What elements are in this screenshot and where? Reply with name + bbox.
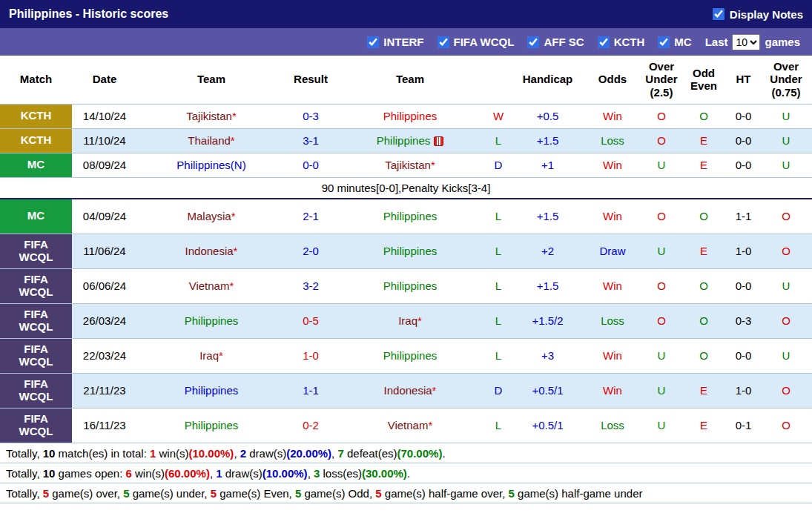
competition-cell: FIFA WCQL — [0, 303, 72, 338]
competition-badge: FIFA WCQL — [0, 304, 72, 338]
summary-segment: 7 — [337, 447, 343, 460]
filter-checkbox-3[interactable] — [598, 36, 610, 48]
handicap-result: Win — [583, 153, 642, 177]
home-team-name: Malaysia — [187, 210, 231, 222]
summary-segment: . — [442, 447, 445, 460]
competition-filter[interactable]: INTERF — [367, 36, 423, 48]
over-under-25-result: O — [642, 104, 681, 128]
away-team-name: Tajikistan — [385, 159, 431, 171]
home-team: Vietnam* — [137, 268, 285, 303]
header-row: Match Date Team Result Team Handicap Odd… — [0, 56, 812, 104]
display-notes-label: Display Notes — [730, 8, 803, 21]
away-team-name: Philippines — [377, 134, 431, 147]
summary-segment: match(es) in total: — [55, 447, 150, 460]
filter-label: MC — [674, 36, 691, 48]
match-row: MC 04/09/24 Malaysia* 2-1 Philippines L … — [0, 199, 812, 234]
summary-segment: 2 — [240, 447, 246, 460]
odd-even-result: O — [681, 338, 727, 373]
home-team: Philippines — [137, 373, 285, 408]
column-header — [484, 56, 512, 104]
fulltime-score: 2-0 — [285, 234, 336, 268]
summary-segment: game(s) Even, — [217, 487, 295, 500]
odd-even-result: O — [681, 303, 727, 338]
away-team: Philippines — [336, 268, 484, 303]
filter-label: KCTH — [614, 36, 645, 48]
over-under-075-result: O — [760, 408, 812, 443]
fulltime-score: 0-3 — [285, 104, 336, 128]
competition-filter[interactable]: KCTH — [598, 36, 645, 48]
halftime-score: 0-0 — [727, 104, 760, 128]
away-team-star: * — [417, 314, 422, 327]
competition-cell: FIFA WCQL — [0, 268, 72, 303]
result-letter: L — [484, 268, 512, 303]
over-under-075-result: O — [760, 234, 812, 268]
match-date: 26/03/24 — [72, 303, 137, 338]
filter-checkbox-0[interactable] — [367, 36, 379, 48]
column-header: Team — [336, 56, 484, 104]
handicap-value: +3 — [512, 338, 583, 373]
filter-label: FIFA WCQL — [454, 36, 515, 48]
last-label: Last — [705, 36, 728, 48]
fulltime-score: 1-0 — [285, 338, 336, 373]
result-letter: L — [484, 199, 512, 234]
competition-filter[interactable]: FIFA WCQL — [438, 36, 515, 48]
over-under-075-result: U — [760, 153, 812, 177]
title-bar: Philippines - Historic scores Display No… — [0, 0, 812, 28]
away-team-name: Philippines — [383, 110, 438, 122]
match-date: 06/06/24 — [72, 268, 137, 303]
summary-segment: 5 — [295, 487, 301, 500]
match-row: FIFA WCQL 21/11/23 Philippines 1-1 Indon… — [0, 373, 812, 408]
competition-badge: FIFA WCQL — [0, 408, 72, 443]
odd-even-result: O — [681, 104, 727, 128]
games-count-select[interactable]: 10 — [732, 34, 760, 50]
filter-checkbox-4[interactable] — [658, 36, 670, 48]
match-row: FIFA WCQL 11/06/24 Indonesia* 2-0 Philip… — [0, 234, 812, 268]
handicap-result: Loss — [583, 303, 642, 338]
away-team: Philippines — [336, 128, 484, 153]
display-notes-toggle[interactable]: Display Notes — [713, 8, 803, 21]
cutoff-row — [0, 503, 812, 516]
summary-segment: 6 — [126, 467, 132, 480]
summary-segment: defeat(es) — [344, 447, 397, 460]
summary-segment: , — [234, 447, 240, 460]
match-date: 08/09/24 — [72, 153, 137, 177]
competition-filter[interactable]: AFF SC — [527, 36, 584, 48]
home-team-star: * — [232, 110, 237, 122]
match-date: 11/06/24 — [72, 234, 137, 268]
summary-segment: 5 — [509, 487, 515, 500]
summary-segment: (10.00%) — [263, 467, 308, 480]
handicap-result: Win — [583, 338, 642, 373]
competition-filter[interactable]: MC — [658, 36, 691, 48]
match-row: FIFA WCQL 26/03/24 Philippines 0-5 Iraq*… — [0, 303, 812, 338]
summary-segment: (70.00%) — [397, 447, 443, 460]
result-letter: L — [484, 234, 512, 268]
fulltime-score: 2-1 — [285, 199, 336, 234]
handicap-result: Loss — [583, 408, 642, 443]
home-team-star: * — [234, 245, 238, 257]
summary-segment: game(s) under, — [129, 487, 210, 500]
match-date: 21/11/23 — [72, 373, 137, 408]
handicap-result: Win — [583, 373, 642, 408]
summary-segment: loss(es) — [320, 467, 362, 480]
competition-badge: FIFA WCQL — [0, 234, 72, 268]
result-letter: D — [484, 373, 512, 408]
handicap-result: Win — [583, 268, 642, 303]
column-header: Result — [285, 56, 336, 104]
column-header: Match — [0, 56, 72, 104]
summary-segment: game(s) Odd, — [301, 487, 375, 500]
column-header: Odd Even — [681, 56, 727, 104]
filter-checkbox-2[interactable] — [527, 36, 539, 48]
summary-segment: 5 — [43, 487, 49, 500]
away-team-name: Philippines — [383, 349, 438, 362]
summary-segment: win(s) — [156, 447, 188, 460]
summary-segment: games open: — [55, 467, 125, 480]
filter-checkbox-1[interactable] — [438, 36, 449, 48]
fulltime-score: 3-1 — [285, 128, 336, 153]
match-date: 14/10/24 — [72, 104, 137, 128]
result-letter: W — [484, 104, 512, 128]
summary-segment: . — [407, 467, 410, 480]
summary-line: Totally, 5 game(s) over, 5 game(s) under… — [0, 483, 812, 503]
summary-line: Totally, 10 games open: 6 win(s)(60.00%)… — [0, 463, 812, 483]
display-notes-checkbox[interactable] — [713, 8, 724, 20]
competition-badge: FIFA WCQL — [0, 269, 72, 303]
